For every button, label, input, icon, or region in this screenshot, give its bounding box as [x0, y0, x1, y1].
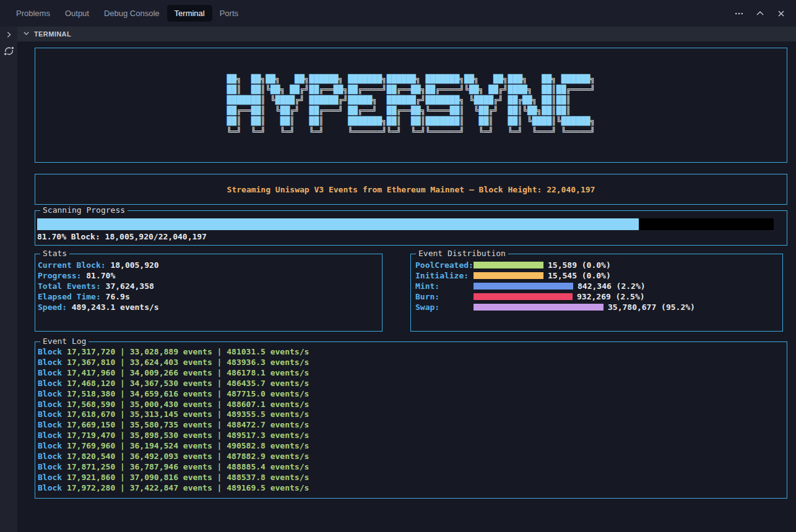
terminal-section-title: TERMINAL — [34, 30, 71, 38]
stat-row: Progress: 81.70% — [38, 270, 382, 281]
log-row-text: 17,972,280 | 37,422,847 events | 489169.… — [62, 483, 309, 492]
distribution-row: Initialize:15,545 (0.0%) — [415, 270, 782, 281]
event-log-row: Block 17,367,810 | 33,624,403 events | 4… — [38, 358, 787, 368]
event-log-row: Block 17,317,720 | 33,028,889 events | 4… — [38, 347, 787, 358]
distribution-label: Burn: — [415, 292, 474, 301]
event-log-row: Block 17,618,670 | 35,313,145 events | 4… — [38, 410, 787, 420]
distribution-value: 15,545 (0.0%) — [548, 271, 611, 280]
log-row-text: 17,468,120 | 34,367,530 events | 486435.… — [62, 379, 309, 388]
log-block-label: Block — [38, 368, 62, 377]
stat-row: Elapsed Time: 76.9s — [38, 291, 382, 302]
sync-icon[interactable] — [3, 45, 15, 59]
stat-label: Elapsed Time: — [38, 292, 101, 301]
log-row-text: 17,417,960 | 34,009,266 events | 486178.… — [62, 368, 309, 377]
event-log-row: Block 17,820,540 | 36,492,093 events | 4… — [38, 452, 787, 462]
distribution-value: 35,780,677 (95.2%) — [608, 302, 695, 312]
log-block-label: Block — [38, 389, 62, 398]
event-log-row: Block 17,669,150 | 35,580,735 events | 4… — [38, 420, 787, 431]
log-row-text: 17,769,960 | 36,194,524 events | 490582.… — [62, 441, 309, 450]
stats-rows: Current Block: 18,005,920Progress: 81.70… — [38, 260, 382, 312]
event-log-row: Block 17,871,250 | 36,787,946 events | 4… — [38, 462, 787, 473]
log-block-label: Block — [38, 379, 62, 388]
banner-box: ██╗ ██╗██╗ ██╗██████╗ ███████╗██████╗ ██… — [35, 48, 787, 163]
distribution-value: 842,346 (2.2%) — [578, 281, 646, 291]
distribution-row: Burn:932,269 (2.5%) — [415, 291, 782, 302]
terminal-viewport[interactable]: ██╗ ██╗██╗ ██╗██████╗ ███████╗██████╗ ██… — [17, 41, 796, 532]
stat-label: Speed: — [38, 302, 67, 312]
more-actions-icon[interactable] — [734, 9, 744, 19]
distribution-row: Swap:35,780,677 (95.2%) — [415, 302, 782, 312]
tab-terminal[interactable]: Terminal — [167, 5, 212, 22]
vscode-bottom-panel: Problems Output Debug Console Terminal P… — [0, 0, 796, 532]
log-block-label: Block — [38, 400, 62, 409]
tab-debug-console[interactable]: Debug Console — [97, 5, 167, 22]
distribution-value: 15,589 (0.0%) — [548, 260, 611, 270]
log-block-label: Block — [38, 441, 62, 450]
distribution-row: PoolCreated:15,589 (0.0%) — [415, 260, 782, 270]
event-log-row: Block 17,769,960 | 36,194,524 events | 4… — [38, 441, 787, 452]
event-log-row: Block 17,921,860 | 37,090,816 events | 4… — [38, 473, 787, 483]
event-distribution-title: Event Distribution — [416, 249, 508, 259]
panel-tabs: Problems Output Debug Console Terminal P… — [9, 5, 246, 22]
terminal-section-header[interactable]: TERMINAL — [17, 27, 796, 41]
log-block-label: Block — [38, 483, 62, 492]
stat-value: 76.9s — [101, 292, 130, 301]
expand-panel-chevron-icon[interactable] — [4, 30, 13, 41]
distribution-label: Initialize: — [415, 271, 474, 280]
log-row-text: 17,317,720 | 33,028,889 events | 481031.… — [62, 347, 309, 356]
stat-row: Total Events: 37,624,358 — [38, 281, 382, 291]
log-block-label: Block — [38, 452, 62, 461]
stat-value: 37,624,358 — [101, 281, 154, 291]
log-block-label: Block — [38, 473, 62, 482]
log-block-label: Block — [38, 462, 62, 471]
distribution-row: Mint:842,346 (2.2%) — [415, 281, 782, 291]
stat-row: Speed: 489,243.1 events/s — [38, 302, 382, 312]
event-log-row: Block 17,719,470 | 35,898,530 events | 4… — [38, 431, 787, 441]
distribution-bar — [474, 283, 573, 290]
panel-tab-bar: Problems Output Debug Console Terminal P… — [0, 0, 796, 27]
log-block-label: Block — [38, 410, 62, 419]
log-row-text: 17,518,380 | 34,659,616 events | 487715.… — [62, 389, 309, 398]
stat-value: 81.70% — [81, 271, 115, 280]
status-box: Streaming Uniswap V3 Events from Ethereu… — [35, 174, 787, 205]
distribution-bar — [474, 262, 543, 268]
stat-label: Total Events: — [38, 281, 101, 291]
collapse-chevron-icon[interactable] — [22, 28, 30, 40]
tab-ports[interactable]: Ports — [212, 5, 246, 22]
close-panel-icon[interactable] — [776, 9, 786, 19]
progress-bar — [37, 218, 774, 230]
stats-title: Stats — [40, 249, 69, 259]
tab-problems[interactable]: Problems — [9, 5, 58, 22]
event-distribution-box: Event Distribution PoolCreated:15,589 (0… — [410, 254, 783, 332]
stat-label: Current Block: — [38, 260, 106, 270]
log-row-text: 17,719,470 | 35,898,530 events | 489517.… — [62, 431, 309, 440]
event-log-row: Block 17,468,120 | 34,367,530 events | 4… — [38, 379, 787, 389]
distribution-label: PoolCreated: — [415, 260, 474, 270]
stat-value: 18,005,920 — [106, 260, 159, 270]
distribution-label: Swap: — [415, 302, 474, 312]
progress-bar-fill — [37, 218, 639, 230]
event-log-row: Block 17,417,960 | 34,009,266 events | 4… — [38, 368, 787, 379]
stat-label: Progress: — [38, 271, 81, 280]
stat-row: Current Block: 18,005,920 — [38, 260, 382, 270]
stat-value: 489,243.1 events/s — [67, 302, 159, 312]
maximize-panel-icon[interactable] — [755, 9, 765, 19]
log-row-text: 17,367,810 | 33,624,403 events | 483936.… — [62, 358, 309, 367]
distribution-value: 932,269 (2.5%) — [577, 292, 645, 301]
progress-label: 81.70% Block: 18,005,920/22,040,197 — [37, 231, 776, 242]
log-row-text: 17,871,250 | 36,787,946 events | 488885.… — [62, 462, 309, 471]
hypersync-ascii-art: ██╗ ██╗██╗ ██╗██████╗ ███████╗██████╗ ██… — [227, 74, 595, 137]
side-strip — [0, 27, 17, 532]
event-log-row: Block 17,568,590 | 35,000,430 events | 4… — [38, 400, 787, 410]
tab-output[interactable]: Output — [58, 5, 97, 22]
log-row-text: 17,669,150 | 35,580,735 events | 488472.… — [62, 420, 309, 429]
scanning-progress-title: Scanning Progress — [40, 205, 128, 215]
distribution-bar — [474, 272, 543, 279]
log-row-text: 17,568,590 | 35,000,430 events | 488607.… — [62, 400, 309, 409]
distribution-bar — [474, 304, 603, 311]
log-row-text: 17,921,860 | 37,090,816 events | 488537.… — [62, 473, 309, 482]
event-log-row: Block 17,972,280 | 37,422,847 events | 4… — [38, 483, 787, 494]
stats-box: Stats Current Block: 18,005,920Progress:… — [35, 254, 383, 332]
log-block-label: Block — [38, 347, 62, 356]
distribution-label: Mint: — [415, 281, 474, 291]
